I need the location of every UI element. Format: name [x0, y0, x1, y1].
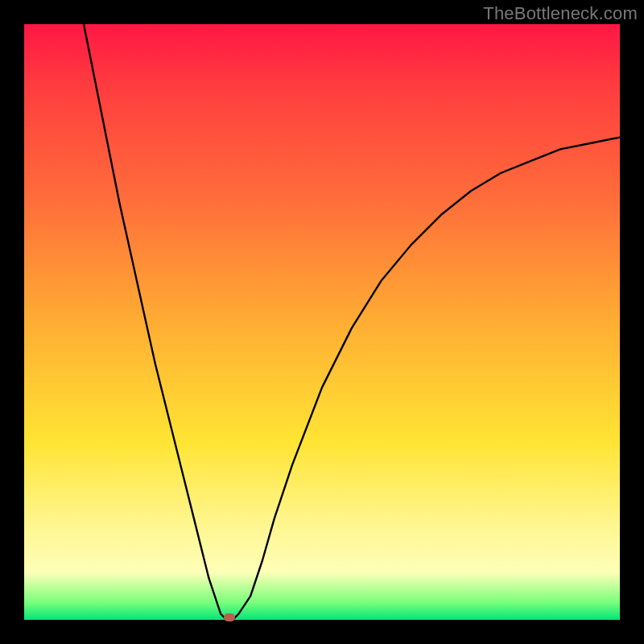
optimal-marker: [224, 613, 235, 621]
chart-frame: TheBottleneck.com: [0, 0, 644, 644]
bottleneck-curve: [24, 24, 620, 620]
watermark-text: TheBottleneck.com: [483, 3, 638, 24]
plot-area: [24, 24, 620, 620]
